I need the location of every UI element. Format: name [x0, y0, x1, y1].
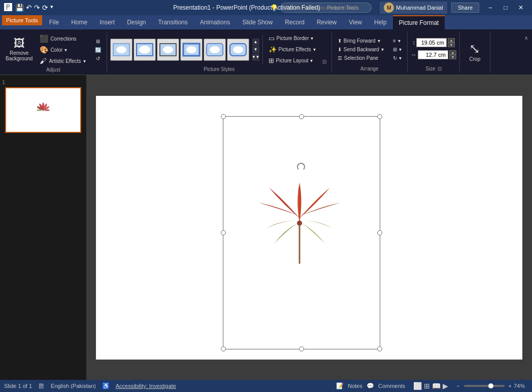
bring-forward-button[interactable]: ⬆ Bring Forward ▾: [335, 37, 386, 45]
style-thumb-1[interactable]: [110, 39, 132, 61]
window-title: Presentation1 - PowerPoint (Product Acti…: [173, 4, 359, 11]
style-thumb-6[interactable]: [227, 39, 249, 61]
send-backward-button[interactable]: ⬇ Send Backward ▾: [335, 46, 386, 53]
save-icon[interactable]: 💾: [15, 4, 24, 12]
size-expand-icon[interactable]: ⊡: [438, 66, 442, 72]
tab-picture-format[interactable]: Picture Format: [393, 15, 445, 29]
canvas-area: [86, 75, 532, 380]
style-thumb-4[interactable]: [180, 39, 203, 61]
tab-review[interactable]: Review: [311, 15, 343, 29]
style-scroll-down[interactable]: ▼: [252, 46, 259, 53]
collapse-ribbon-button[interactable]: ∧: [522, 33, 530, 42]
reading-view-icon[interactable]: 📖: [432, 382, 441, 390]
tab-animations[interactable]: Animations: [194, 15, 236, 29]
selection-pane-button[interactable]: ☰ Selection Pane: [335, 54, 386, 62]
corrections-icon: ⬛: [40, 34, 48, 43]
bring-forward-dropdown: ▾: [378, 38, 380, 44]
height-spinner: ▲ ▼: [448, 38, 455, 47]
group-button[interactable]: ⊞ ▾: [390, 46, 404, 53]
handle-bottom-right[interactable]: [377, 346, 382, 351]
style-thumb-3[interactable]: [157, 39, 179, 61]
width-row: ↔ ▲ ▼: [411, 50, 456, 59]
tab-design[interactable]: Design: [121, 15, 152, 29]
zoom-in-icon[interactable]: +: [509, 383, 512, 389]
repeat-icon[interactable]: ⟳: [42, 4, 48, 12]
tab-view[interactable]: View: [343, 15, 368, 29]
height-input[interactable]: [416, 38, 447, 47]
slide-thumbnail-1[interactable]: [5, 87, 81, 133]
slideshow-icon[interactable]: ▶: [443, 382, 448, 390]
powerpoint-logo-icon: 🅿: [4, 3, 12, 12]
rotate-button[interactable]: ↻ ▾: [390, 54, 404, 62]
comments-button[interactable]: Comments: [378, 383, 405, 389]
picture-effects-dropdown: ▾: [313, 47, 316, 52]
notes-button[interactable]: Notes: [348, 383, 362, 389]
close-button[interactable]: ✕: [514, 1, 528, 15]
comments-icon: 💬: [367, 382, 374, 389]
style-scroll-up[interactable]: ▲: [252, 39, 259, 46]
change-picture-button[interactable]: 🔄: [92, 46, 104, 54]
picture-styles-expand[interactable]: ⊡: [320, 57, 328, 65]
user-badge: M Muhammad Danial: [380, 2, 447, 14]
compress-pictures-button[interactable]: ⊞: [93, 38, 103, 45]
picture-border-button[interactable]: ▭ Picture Border ▾: [266, 33, 318, 43]
align-icon: ≡: [393, 38, 396, 44]
picture-layout-dropdown: ▾: [310, 58, 313, 63]
width-input[interactable]: [418, 50, 448, 59]
tab-help[interactable]: Help: [368, 15, 393, 29]
handle-bottom-middle[interactable]: [299, 346, 304, 351]
height-spin-up[interactable]: ▲: [448, 38, 455, 43]
picture-layout-button[interactable]: ⊞ Picture Layout ▾: [266, 56, 318, 65]
tab-slideshow[interactable]: Slide Show: [236, 15, 279, 29]
handle-bottom-left[interactable]: [221, 346, 226, 351]
artistic-effects-button[interactable]: 🖌 Artistic Effects ▾: [37, 56, 88, 66]
normal-view-icon[interactable]: ⬜: [413, 382, 422, 390]
zoom-thumb[interactable]: [488, 383, 493, 388]
picture-border-dropdown: ▾: [311, 35, 313, 41]
undo-icon[interactable]: ↶: [26, 4, 32, 12]
handle-middle-right[interactable]: [377, 230, 382, 235]
tab-insert[interactable]: Insert: [93, 15, 121, 29]
zoom-slider[interactable]: [464, 385, 505, 387]
color-button[interactable]: 🎨 Color ▾: [37, 45, 88, 55]
handle-top-left[interactable]: [221, 114, 226, 119]
style-thumb-2[interactable]: [134, 39, 156, 61]
minimize-button[interactable]: –: [483, 1, 497, 15]
zoom-out-icon[interactable]: −: [456, 383, 459, 389]
crop-button[interactable]: ⤡ Crop: [464, 41, 485, 63]
customize-icon[interactable]: ▾: [50, 4, 53, 12]
align-button[interactable]: ≡ ▾: [390, 37, 404, 45]
slide-panel: 1: [0, 75, 86, 380]
accessibility-icon: ♿: [102, 382, 110, 389]
handle-top-right[interactable]: [377, 114, 382, 119]
corrections-button[interactable]: ⬛ Corrections: [37, 33, 88, 44]
leaf-image: [244, 157, 355, 269]
slide-sorter-icon[interactable]: ⊞: [424, 382, 430, 390]
handle-middle-left[interactable]: [221, 230, 226, 235]
slide-canvas[interactable]: [96, 96, 522, 360]
maximize-button[interactable]: □: [498, 1, 513, 15]
redo-icon[interactable]: ↷: [34, 4, 40, 12]
handle-top-middle[interactable]: [299, 114, 304, 119]
style-thumb-5[interactable]: [204, 39, 226, 61]
tab-record[interactable]: Record: [279, 15, 311, 29]
width-spin-down[interactable]: ▼: [449, 55, 456, 59]
zoom-level[interactable]: 74%: [514, 383, 528, 389]
remove-background-button[interactable]: 🖼 RemoveBackground: [3, 37, 35, 63]
reset-picture-button[interactable]: ↺: [93, 55, 103, 62]
ribbon: 🖼 RemoveBackground ⬛ Corrections 🎨 Color…: [0, 29, 532, 75]
width-spin-up[interactable]: ▲: [449, 50, 456, 55]
style-more[interactable]: ▼▼: [252, 54, 259, 61]
accessibility-status[interactable]: Accessibility: Investigate: [116, 383, 176, 389]
tab-file[interactable]: File: [43, 15, 65, 29]
share-button[interactable]: Share: [451, 3, 479, 13]
height-spin-down[interactable]: ▼: [448, 43, 455, 47]
title-bar-left: 🅿 💾 ↶ ↷ ⟳ ▾: [4, 3, 53, 12]
tab-home[interactable]: Home: [65, 15, 93, 29]
svg-line-24: [300, 190, 327, 218]
picture-border-label: Picture Border: [277, 35, 309, 41]
picture-effects-button[interactable]: ✨ Picture Effects ▾: [266, 45, 318, 54]
tab-transitions[interactable]: Transitions: [152, 15, 194, 29]
rotate-handle[interactable]: [297, 163, 305, 171]
image-selection-box[interactable]: [223, 116, 380, 349]
